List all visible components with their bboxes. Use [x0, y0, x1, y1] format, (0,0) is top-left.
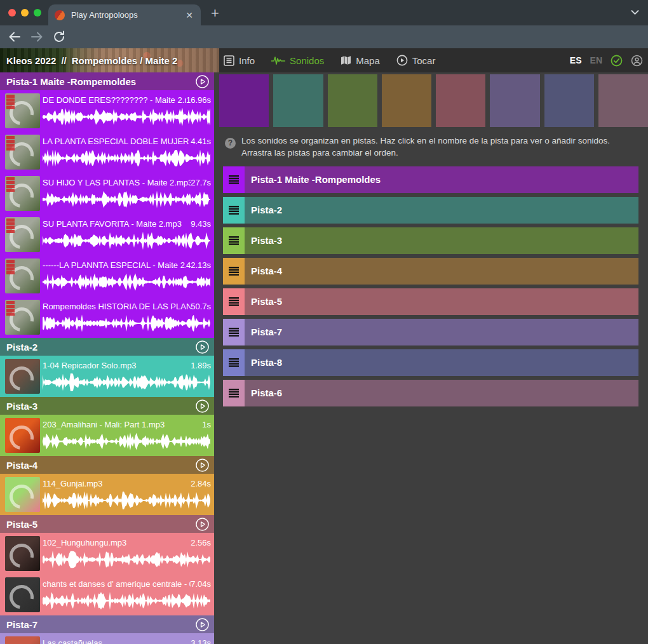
- drag-handle[interactable]: [223, 349, 245, 376]
- sidebar-track-header[interactable]: Pista-7: [0, 615, 214, 633]
- drag-handle[interactable]: [223, 288, 245, 315]
- sidebar-track-header[interactable]: Pista-4: [0, 456, 214, 474]
- audio-clip[interactable]: SU HIJO Y LAS PLANTAS - Maite 2.mp3 27.7…: [0, 173, 214, 214]
- clip-duration: 50.7s: [191, 302, 211, 311]
- reload-button[interactable]: [52, 30, 66, 44]
- clip-list: 1-04 Repicador Solo.mp3 1.89s: [0, 356, 214, 397]
- clip-list: DE DONDE ERES???????? - Maite 2.mp3 16.9…: [0, 90, 214, 338]
- clip-list: 114_Gunjai.mp3 2.84s: [0, 474, 214, 515]
- lang-en-button[interactable]: EN: [590, 55, 602, 65]
- new-tab-button[interactable]: +: [211, 5, 219, 22]
- sidebar-track-header[interactable]: Pista-5: [0, 515, 214, 533]
- clip-duration: 9.43s: [191, 219, 211, 229]
- audio-clip[interactable]: 102_Hunguhungu.mp3 2.56s: [0, 533, 214, 574]
- main-panel: ? Los sonidos se organizan en pistas. Ha…: [219, 72, 648, 644]
- drag-handle[interactable]: [223, 227, 245, 254]
- drag-handle[interactable]: [223, 258, 245, 285]
- track-row-label: Pista-2: [251, 205, 282, 215]
- track-row[interactable]: Pista-2: [223, 197, 638, 224]
- rompemoldes-label: [6, 260, 15, 275]
- sidebar-track-name: Pista-2: [6, 342, 195, 352]
- sidebar-track-name: Pista-5: [6, 519, 195, 530]
- zoom-window-button[interactable]: [34, 9, 41, 17]
- audio-clip[interactable]: SU PLANTA FAVORITA - Maite 2.mp3 9.43s: [0, 214, 214, 255]
- audio-clip[interactable]: 1-04 Repicador Solo.mp3 1.89s: [0, 356, 214, 397]
- sidebar-track-name: Pista-7: [6, 619, 195, 630]
- clip-waveform: [43, 191, 211, 208]
- track-row[interactable]: Pista-3: [223, 227, 638, 254]
- sidebar-track-header[interactable]: Pista-2: [0, 338, 214, 356]
- drag-handle[interactable]: [223, 197, 245, 224]
- drag-handle[interactable]: [223, 380, 245, 406]
- play-track-button[interactable]: [195, 74, 210, 89]
- back-button[interactable]: [8, 30, 22, 44]
- sync-check-icon[interactable]: [611, 55, 623, 67]
- track-row[interactable]: Pista-1 Maite -Rompemoldes: [223, 166, 638, 193]
- play-track-button[interactable]: [195, 617, 210, 632]
- loop-logo-icon: [5, 539, 38, 571]
- track-color-swatch: [436, 74, 485, 127]
- clip-thumbnail: [5, 258, 40, 293]
- drag-handle-icon: [229, 358, 239, 367]
- browser-tab[interactable]: Play Antropoloops ✕: [48, 4, 201, 25]
- audio-clip[interactable]: DE DONDE ERES???????? - Maite 2.mp3 16.9…: [0, 90, 214, 131]
- app-header: Kleos 2022 // Rompemoldes / Maite 2 Info…: [0, 48, 648, 72]
- track-row-label: Pista-3: [251, 235, 282, 246]
- track-row-label: Pista-4: [251, 265, 282, 276]
- clip-duration: 1s: [202, 420, 211, 429]
- track-color-swatch: [273, 74, 323, 127]
- account-icon[interactable]: [631, 55, 643, 67]
- antropoloops-favicon: [55, 10, 65, 20]
- audio-clip[interactable]: 203_Amalihani - Mali: Part 1.mp3 1s: [0, 415, 214, 456]
- track-row[interactable]: Pista-5: [223, 288, 638, 315]
- audio-clip[interactable]: 114_Gunjai.mp3 2.84s: [0, 474, 214, 515]
- clip-waveform: [43, 108, 211, 126]
- audio-clip[interactable]: chants et danses d' amerique centrale - …: [0, 574, 214, 615]
- audio-clip[interactable]: LA PLANTA ESPECIAL DOBLE MUJER - Mai... …: [0, 131, 214, 173]
- drag-handle-icon: [229, 236, 239, 245]
- track-row[interactable]: Pista-7: [223, 319, 638, 345]
- audio-clip[interactable]: ------LA PLANNTA ESPECIAL - Maite 2.mp3 …: [0, 255, 214, 297]
- forward-button[interactable]: [30, 30, 44, 44]
- minimize-window-button[interactable]: [21, 9, 29, 17]
- audio-clip[interactable]: Las castañuelas 3.13s: [0, 633, 214, 644]
- play-track-button[interactable]: [195, 340, 210, 354]
- tab-close-icon[interactable]: ✕: [184, 10, 194, 21]
- sidebar-track-header[interactable]: Pista-1 Maite -Rompemoldes: [0, 72, 214, 90]
- drag-handle[interactable]: [223, 319, 245, 345]
- track-color-swatch: [382, 74, 431, 127]
- sidebar-track-name: Pista-4: [6, 460, 195, 471]
- tab-overflow-chevron-icon[interactable]: [631, 10, 639, 15]
- close-window-button[interactable]: [8, 9, 16, 17]
- clip-duration: 42.13s: [186, 260, 211, 270]
- track-row[interactable]: Pista-8: [223, 349, 638, 376]
- clip-title: chants et danses d' amerique centrale - …: [43, 579, 191, 589]
- track-row-label: Pista-7: [251, 326, 282, 337]
- tab-sonidos[interactable]: Sonidos: [271, 55, 324, 66]
- audio-clip[interactable]: Rompemoldes HISTORIA DE LAS PLANTAS... 5…: [0, 297, 214, 338]
- drag-handle[interactable]: [223, 166, 245, 193]
- breadcrumb-project[interactable]: Kleos 2022: [6, 55, 56, 66]
- clip-waveform: [43, 551, 211, 568]
- play-track-button[interactable]: [195, 458, 210, 473]
- clip-title: 114_Gunjai.mp3: [43, 479, 191, 488]
- clip-waveform: [43, 232, 211, 250]
- loop-logo-icon: [5, 362, 38, 394]
- breadcrumb-track[interactable]: Rompemoldes / Maite 2: [72, 55, 178, 66]
- tab-mapa[interactable]: Mapa: [341, 55, 380, 66]
- tab-title: Play Antropoloops: [71, 10, 184, 20]
- clip-waveform: [43, 149, 211, 167]
- sidebar-track-header[interactable]: Pista-3: [0, 397, 214, 415]
- clip-thumbnail: [5, 93, 40, 128]
- clip-title: SU HIJO Y LAS PLANTAS - Maite 2.mp3: [43, 178, 191, 187]
- tab-tocar[interactable]: Tocar: [396, 55, 436, 66]
- track-row[interactable]: Pista-6: [223, 380, 638, 406]
- lang-es-button[interactable]: ES: [570, 55, 582, 65]
- track-row[interactable]: Pista-4: [223, 258, 638, 285]
- tab-info[interactable]: Info: [224, 55, 255, 66]
- map-icon: [341, 55, 351, 65]
- clip-duration: 1.89s: [191, 361, 211, 370]
- play-track-button[interactable]: [195, 399, 210, 413]
- sidebar-track-section: Pista-2 1-04 Repicador Solo.mp3 1.89s: [0, 338, 214, 397]
- play-track-button[interactable]: [195, 517, 210, 532]
